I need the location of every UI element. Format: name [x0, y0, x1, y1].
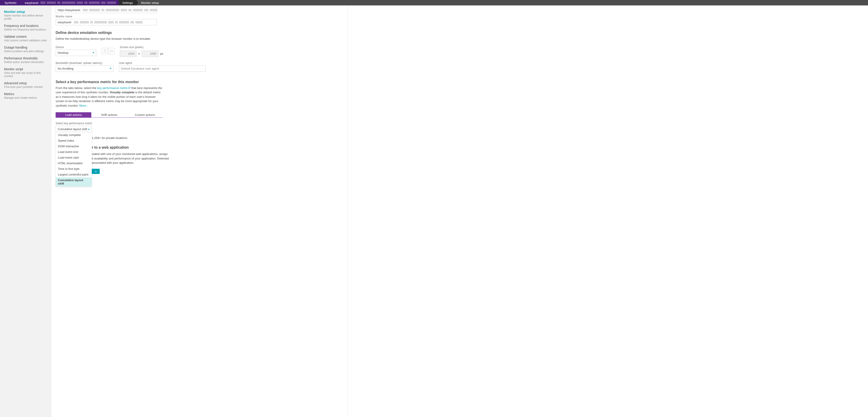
tab-custom-actions[interactable]: Custom actions [127, 112, 163, 118]
kpm-option-lcp[interactable]: Largest contentful paint [56, 172, 92, 177]
sidebar-item-perf-thresholds[interactable]: Performance thresholds Define action dur… [0, 55, 52, 66]
breadcrumb: Synthetic easytravel- Settings Monitor s… [0, 0, 868, 5]
crumb-easytravel[interactable]: easytravel- [20, 0, 118, 5]
kpm-option-html-downloaded[interactable]: HTML downloaded [56, 160, 92, 166]
crumb-synthetic[interactable]: Synthetic [0, 0, 20, 5]
kpm-option-cls[interactable]: Cumulative layout shift [56, 177, 92, 186]
user-agent-input[interactable] [119, 65, 206, 72]
monitor-name-label: Monitor name [56, 15, 347, 18]
link-app-body: ciated with one of your monitored web ap… [92, 152, 237, 165]
kpm-option-speed-index[interactable]: Speed index [56, 138, 92, 143]
px-label: px [160, 52, 163, 55]
link-app-heading: r to a web application [92, 146, 347, 150]
note-text: 1.209+ for private locations. [92, 136, 347, 139]
chevron-down-icon [92, 52, 94, 53]
kpm-dropdown: Visually complete Speed index DOM intera… [56, 132, 92, 186]
kpm-heading: Select a key performance metric for this… [56, 80, 347, 84]
sidebar-item-outage[interactable]: Outage handling Define problem and alert… [0, 44, 52, 55]
kpm-option-dom-interactive[interactable]: DOM interactive [56, 143, 92, 149]
dimension-x: x [138, 52, 140, 55]
orientation-landscape-button[interactable] [108, 48, 114, 54]
bandwidth-label: Bandwidth (download, upload, latency) [56, 61, 114, 65]
orientation-portrait-button[interactable] [102, 48, 108, 54]
sidebar-item-frequency[interactable]: Frequency and locations Define run frequ… [0, 23, 52, 33]
sidebar-item-metrics[interactable]: Metrics Manage and create metrics [0, 91, 52, 102]
kpm-link[interactable]: key performance metric [97, 86, 131, 90]
more-link[interactable]: More... [79, 104, 88, 107]
external-link-icon [128, 87, 130, 89]
screen-size-label: Screen size (pixels) [120, 45, 163, 49]
select-application-button[interactable]: n [92, 169, 100, 174]
sidebar: Monitor setup Name monitor and define de… [0, 5, 52, 417]
kpm-option-load-event-start[interactable]: Load event start [56, 155, 92, 160]
monitor-name-input[interactable]: easytravel- [56, 19, 157, 25]
kpm-tabs: Load actions XHR actions Custom actions [56, 112, 347, 118]
screen-width-input[interactable] [120, 51, 136, 57]
device-select[interactable]: Desktop [56, 50, 96, 56]
landscape-icon [110, 50, 113, 52]
kpm-option-load-event-end[interactable]: Load event end [56, 149, 92, 155]
portrait-icon [104, 50, 106, 53]
user-agent-label: User agent [119, 61, 206, 65]
redacted-url-text [83, 9, 157, 11]
device-label: Device [56, 45, 96, 49]
crumb-monitor-setup[interactable]: Monitor setup [136, 0, 162, 5]
sidebar-item-advanced[interactable]: Advanced setup Fine-tune your synthetic … [0, 80, 52, 91]
tab-xhr-actions[interactable]: XHR actions [91, 112, 127, 118]
bandwidth-select[interactable]: No throttling [56, 65, 114, 72]
kpm-select-label: Select key performance metric [56, 122, 347, 125]
redacted-crumb-text [40, 2, 116, 4]
sidebar-item-monitor-setup[interactable]: Monitor setup Name monitor and define de… [0, 8, 52, 23]
kpm-body: From the tabs below, select the key perf… [56, 86, 164, 108]
device-section-heading: Define device emulation settings [56, 31, 347, 35]
screen-height-input[interactable] [142, 51, 158, 57]
url-input[interactable]: https://easytravel- [56, 7, 157, 13]
tab-load-actions[interactable]: Load actions [56, 112, 91, 118]
chevron-down-icon [110, 68, 112, 69]
device-section-body: Define the mobile/desktop device type th… [56, 37, 200, 41]
redacted-monitor-name [74, 21, 143, 24]
kpm-option-visually-complete[interactable]: Visually complete [56, 132, 92, 138]
chevron-up-icon [88, 129, 90, 130]
kpm-option-ttfb[interactable]: Time to first byte [56, 166, 92, 172]
crumb-settings[interactable]: Settings [118, 0, 136, 5]
kpm-select[interactable]: Cumulative layout shift [56, 126, 92, 132]
sidebar-item-validate[interactable]: Validate content Add custom content vali… [0, 33, 52, 44]
sidebar-item-script[interactable]: Monitor script View and edit raw script … [0, 66, 52, 80]
